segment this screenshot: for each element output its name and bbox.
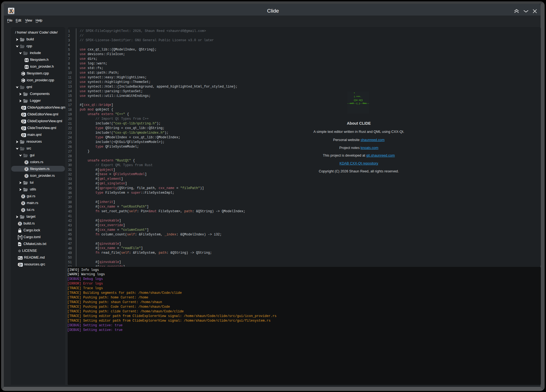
svg-text:Qt: Qt (22, 106, 25, 109)
svg-text:Qt: Qt (22, 120, 25, 123)
svg-text:R: R (26, 168, 28, 171)
svg-text:R: R (22, 209, 24, 212)
svg-text:Qt: Qt (19, 263, 22, 266)
svg-text:Qt: Qt (22, 127, 25, 130)
svg-text:Qt: Qt (22, 134, 25, 137)
svg-text:R: R (19, 222, 21, 225)
svg-text:R: R (22, 202, 24, 205)
svg-text:R: R (22, 195, 24, 198)
svg-text:R: R (26, 161, 28, 164)
svg-text:R: R (26, 175, 28, 178)
svg-text:Qt: Qt (22, 113, 25, 116)
